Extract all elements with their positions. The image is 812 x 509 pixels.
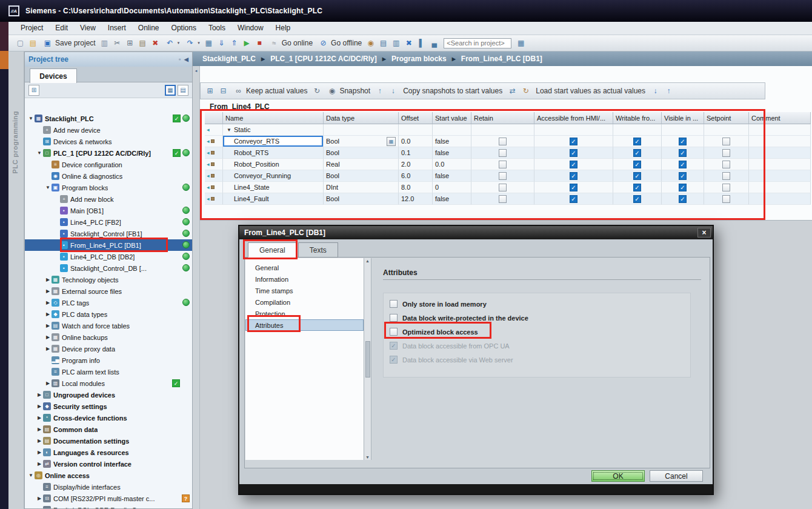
visible-in-hmi-checkbox[interactable]: ✓ xyxy=(679,195,687,203)
tree-item-common-data[interactable]: ▶▤Common data xyxy=(25,424,192,435)
scroll-thumb[interactable] xyxy=(365,341,370,378)
tree-sort-icon[interactable]: ⊞ xyxy=(28,85,39,96)
scroll-down-icon[interactable]: ▼ xyxy=(365,455,370,459)
open-project-icon[interactable]: ▤ xyxy=(27,38,39,49)
split-editor-vertical-icon[interactable]: ▌ xyxy=(416,38,427,49)
option-data-block-write-protected-in-the-device[interactable]: Data block write-protected in the device xyxy=(390,311,684,325)
delete-icon[interactable]: ✖ xyxy=(150,38,161,49)
tree-item-display-hide-interfaces[interactable]: ≡Display/hide interfaces xyxy=(25,481,192,493)
redo-icon[interactable]: ↷ xyxy=(184,38,196,49)
snapshot-icon[interactable]: ◉ xyxy=(326,85,338,97)
ok-button[interactable]: OK xyxy=(591,470,645,482)
cell-comment[interactable] xyxy=(749,170,811,182)
cell-data-type[interactable]: Bool▦ xyxy=(324,136,399,147)
undo-icon[interactable]: ↶ xyxy=(164,38,176,49)
tree-expand-arrow[interactable]: ▶ xyxy=(36,415,43,421)
writable-from-hmi-checkbox[interactable]: ✓ xyxy=(633,172,641,180)
table-row-static[interactable]: ◂▼Static xyxy=(205,124,811,136)
cell-data-type[interactable]: Bool xyxy=(324,170,399,182)
cell-name[interactable]: Robot_RTS xyxy=(223,147,324,159)
breadcrumb-item-plc-1-cpu-1212c-ac-dc-rly[interactable]: PLC_1 [CPU 1212C AC/DC/Rly] xyxy=(269,55,378,63)
static-group-cell[interactable]: ▼Static xyxy=(223,124,324,136)
cell-comment[interactable] xyxy=(749,159,811,170)
go-online-icon[interactable]: ≈ xyxy=(268,38,280,49)
overview-icon[interactable]: ▤ xyxy=(178,85,188,96)
table-row-line4-state[interactable]: ◂Line4_StateDInt8.00✓✓✓ xyxy=(205,182,811,193)
accessible-from-hmi-checkbox[interactable]: ✓ xyxy=(570,195,577,203)
column-header-name[interactable]: Name xyxy=(223,112,324,124)
column-header-retain[interactable]: Retain xyxy=(471,112,534,124)
tab-devices[interactable]: Devices xyxy=(30,68,77,83)
accessible-from-hmi-checkbox[interactable]: ✓ xyxy=(570,172,577,180)
keep-actual-values-button[interactable]: ∞Keep actual values xyxy=(231,85,309,97)
cross-references-icon[interactable]: ▤ xyxy=(378,38,389,49)
tree-item-cross-device-functions[interactable]: ▶*Cross-device functions xyxy=(25,412,192,424)
column-header-start-value[interactable]: Start value xyxy=(433,112,471,124)
copy-snapshots-to-start-label[interactable]: Copy snapshots to start values xyxy=(401,87,505,95)
only-store-in-load-memory-checkbox[interactable] xyxy=(390,300,398,308)
split-editor-horizontal-icon[interactable]: ▄ xyxy=(428,38,440,49)
optimized-block-access-checkbox[interactable] xyxy=(390,328,398,336)
add-row-icon[interactable]: ⊟ xyxy=(218,85,229,97)
tree-item-plc-alarm-text-lists[interactable]: ≡PLC alarm text lists xyxy=(25,366,192,378)
snapshot-button[interactable]: ◉Snapshot xyxy=(324,85,372,97)
insert-row-icon[interactable]: ⊞ xyxy=(204,85,216,97)
cell-start-value[interactable]: false xyxy=(433,136,471,147)
cancel-button[interactable]: Cancel xyxy=(650,470,703,482)
stop-cpu-icon[interactable]: ■ xyxy=(254,38,265,49)
tree-item-plc-tags[interactable]: ▶◇PLC tags xyxy=(25,297,192,308)
accessible-from-hmi-checkbox[interactable]: ✓ xyxy=(570,149,577,157)
tree-item-program-info[interactable]: ▂▅Program info xyxy=(25,354,192,366)
tree-expand-arrow[interactable]: ▶ xyxy=(36,438,43,444)
writable-from-hmi-checkbox[interactable]: ✓ xyxy=(633,161,641,168)
dialog-nav-information[interactable]: Information xyxy=(245,273,364,285)
new-project-icon[interactable]: ▢ xyxy=(15,38,26,49)
copy-icon[interactable]: ⊞ xyxy=(124,38,136,49)
table-row-conveyor-rts[interactable]: ◂Conveyor_RTSBool▦0.0false✓✓✓ xyxy=(205,136,811,147)
tree-item-version-control-interface[interactable]: ▶⇄Version control interface xyxy=(25,458,192,470)
column-header-comment[interactable]: Comment xyxy=(749,112,811,124)
snapshot-down-icon[interactable]: ↓ xyxy=(387,85,399,97)
print-icon[interactable]: ▥ xyxy=(99,38,110,49)
tree-item-realtek-pcie-gbe-family-con[interactable]: ▶⊟Realtek PCIe GBE Family Con... xyxy=(25,504,192,509)
tree-expand-arrow[interactable]: ▶ xyxy=(36,450,43,455)
setpoint-checkbox[interactable] xyxy=(722,138,730,145)
menu-online[interactable]: Online xyxy=(132,22,165,35)
cell-data-type[interactable]: Bool xyxy=(324,193,399,205)
go-online-button[interactable]: ≈Go online xyxy=(267,38,314,49)
cell-start-value[interactable]: 0 xyxy=(433,182,471,193)
cell-start-value[interactable]: false xyxy=(433,147,471,159)
data-block-write-protected-in-the-device-checkbox[interactable] xyxy=(390,314,398,322)
dialog-nav-protection[interactable]: Protection xyxy=(245,308,364,319)
table-row-conveyor-running[interactable]: ◂Conveyor_RunningBool6.0false✓✓✓ xyxy=(205,170,811,182)
writable-from-hmi-checkbox[interactable]: ✓ xyxy=(633,195,641,203)
tree-expand-arrow[interactable]: ▶ xyxy=(36,404,43,409)
maximize-panel-icon[interactable]: ▫ xyxy=(179,56,181,62)
setpoint-checkbox[interactable] xyxy=(722,161,730,168)
menu-window[interactable]: Window xyxy=(231,22,270,35)
tree-item-watch-and-force-tables[interactable]: ▶▤Watch and force tables xyxy=(25,320,192,331)
dialog-titlebar[interactable]: From_Line4_PLC [DB1] × xyxy=(239,226,713,239)
load-start-values-label[interactable]: Load start values as actual values xyxy=(533,87,648,95)
column-header-visible-in[interactable]: Visible in ... xyxy=(662,112,704,124)
table-row-robot-rts[interactable]: ◂Robot_RTSBool0.1false✓✓✓ xyxy=(205,147,811,159)
breadcrumb-item-from-line4-plc-db1[interactable]: From_Line4_PLC [DB1] xyxy=(460,55,544,63)
column-header-setpoint[interactable]: Setpoint xyxy=(704,112,749,124)
details-view-icon[interactable]: ▦ xyxy=(165,85,176,96)
save-project-button[interactable]: ▣Save project xyxy=(40,38,98,49)
writable-from-hmi-checkbox[interactable]: ✓ xyxy=(633,184,641,191)
start-cpu-icon[interactable]: ▶ xyxy=(241,38,253,49)
writable-from-hmi-checkbox[interactable]: ✓ xyxy=(633,138,641,145)
keep-actual-values-icon[interactable]: ∞ xyxy=(233,85,244,97)
plc-programming-tab[interactable]: PLC programming xyxy=(12,111,19,173)
dialog-nav-scrollbar[interactable]: ▲ ▼ xyxy=(364,258,371,460)
breadcrumb-item-stacklight-plc[interactable]: Stacklight_PLC xyxy=(201,55,257,63)
tree-item-add-new-device[interactable]: +Add new device xyxy=(25,124,192,136)
tree-expand-arrow[interactable]: ▶ xyxy=(44,288,52,294)
retain-checkbox[interactable] xyxy=(499,184,507,191)
tree-item-device-configuration[interactable]: ≡Device configuration xyxy=(25,159,192,170)
tree-item-device-proxy-data[interactable]: ▶▦Device proxy data xyxy=(25,343,192,354)
paste-icon[interactable]: ▤ xyxy=(137,38,148,49)
tree-expand-arrow[interactable]: ▶ xyxy=(44,277,52,282)
tree-expand-arrow[interactable]: ▶ xyxy=(36,496,43,501)
